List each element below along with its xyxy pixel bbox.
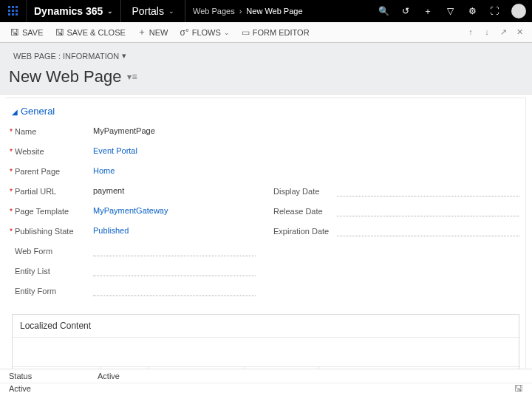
form-editor-label: FORM EDITOR bbox=[253, 28, 310, 37]
save-close-button[interactable]: 🖫SAVE & CLOSE bbox=[51, 25, 130, 40]
flows-button[interactable]: σ°FLOWS⌄ bbox=[175, 25, 233, 40]
label-release-date: Release Date bbox=[270, 207, 337, 216]
title-menu-icon[interactable]: ▾≡ bbox=[127, 72, 137, 82]
save-footer-icon[interactable]: 🖫 bbox=[514, 383, 523, 394]
field-parent-page[interactable]: Home bbox=[93, 165, 256, 177]
status-value: Active bbox=[98, 372, 120, 380]
label-template: Page Template bbox=[12, 207, 93, 216]
page-header: WEB PAGE : INFORMATION ▾ New Web Page ▾≡ bbox=[0, 43, 532, 95]
field-page-template[interactable]: MyPaymentGateway bbox=[93, 205, 256, 216]
save-button[interactable]: 🖫SAVE bbox=[6, 25, 48, 40]
label-webform: Web Form bbox=[12, 247, 93, 256]
footer: Status Active Active 🖫 bbox=[0, 369, 532, 393]
breadcrumb-current: New Web Page bbox=[246, 7, 302, 16]
nav-up-icon[interactable]: ↑ bbox=[464, 27, 477, 37]
save-close-icon: 🖫 bbox=[55, 27, 64, 38]
svg-rect-6 bbox=[8, 13, 10, 16]
field-expiration-date[interactable] bbox=[337, 226, 519, 236]
label-entityform: Entity Form bbox=[12, 287, 93, 295]
filter-icon[interactable]: ▽ bbox=[439, 0, 461, 22]
app-launcher-icon[interactable] bbox=[0, 0, 27, 22]
section-general-label: General bbox=[21, 106, 55, 117]
field-entity-form[interactable] bbox=[93, 286, 256, 296]
user-avatar[interactable] bbox=[511, 4, 526, 18]
label-parent: Parent Page bbox=[12, 167, 93, 176]
label-display-date: Display Date bbox=[270, 187, 337, 196]
command-bar: 🖫SAVE 🖫SAVE & CLOSE ＋NEW σ°FLOWS⌄ ▭FORM … bbox=[0, 22, 532, 43]
section-caret-icon: ◢ bbox=[12, 108, 18, 116]
field-name[interactable]: MyPaymentPage bbox=[93, 126, 256, 137]
breadcrumb-parent[interactable]: Web Pages bbox=[193, 7, 235, 16]
form-selector[interactable]: WEB PAGE : INFORMATION ▾ bbox=[9, 49, 131, 63]
svg-rect-5 bbox=[16, 10, 18, 12]
chevron-down-icon: ⌄ bbox=[224, 29, 230, 36]
active-label: Active bbox=[9, 384, 31, 393]
subgrid-title: Localized Content bbox=[13, 315, 519, 338]
field-partial-url[interactable]: payment bbox=[93, 185, 256, 196]
field-web-form[interactable] bbox=[93, 246, 256, 256]
add-icon[interactable]: ＋ bbox=[417, 0, 439, 22]
svg-rect-3 bbox=[8, 10, 10, 12]
close-icon[interactable]: ✕ bbox=[513, 27, 526, 37]
svg-rect-1 bbox=[12, 6, 14, 8]
label-website: Website bbox=[12, 147, 93, 156]
recent-icon[interactable]: ↺ bbox=[395, 0, 417, 22]
svg-rect-7 bbox=[12, 13, 14, 16]
caret-down-icon: ▾ bbox=[122, 51, 126, 61]
label-name: Name bbox=[12, 127, 93, 136]
label-partial-url: Partial URL bbox=[12, 187, 93, 196]
module-label: Portals bbox=[132, 5, 164, 17]
field-website[interactable]: Event Portal bbox=[93, 146, 256, 157]
top-nav: Dynamics 365 ⌄ Portals ⌄ Web Pages › New… bbox=[0, 0, 532, 22]
chevron-down-icon: ⌄ bbox=[107, 7, 113, 15]
brand-menu[interactable]: Dynamics 365 ⌄ bbox=[27, 0, 121, 22]
field-release-date[interactable] bbox=[337, 206, 519, 216]
form-icon: ▭ bbox=[242, 27, 250, 38]
pill-label: WEB PAGE : INFORMATION bbox=[13, 52, 119, 61]
brand-label: Dynamics 365 bbox=[34, 5, 103, 17]
new-button[interactable]: ＋NEW bbox=[133, 24, 173, 41]
new-label: NEW bbox=[149, 28, 168, 37]
chevron-right-icon: › bbox=[239, 7, 242, 16]
nav-down-icon[interactable]: ↓ bbox=[480, 27, 494, 37]
svg-rect-4 bbox=[12, 10, 14, 12]
subgrid-body[interactable] bbox=[13, 338, 519, 367]
svg-rect-2 bbox=[16, 6, 18, 8]
save-close-label: SAVE & CLOSE bbox=[67, 28, 126, 37]
field-entity-list[interactable] bbox=[93, 266, 256, 276]
status-label: Status bbox=[9, 372, 98, 380]
form-body[interactable]: ◢General NameMyPaymentPage WebsiteEvent … bbox=[6, 98, 526, 378]
search-icon[interactable]: 🔍 bbox=[372, 0, 395, 22]
page-title: New Web Page bbox=[9, 67, 121, 86]
popout-icon[interactable]: ↗ bbox=[497, 27, 510, 37]
chevron-down-icon: ⌄ bbox=[168, 7, 174, 15]
breadcrumb: Web Pages › New Web Page bbox=[185, 7, 310, 16]
settings-icon[interactable]: ⚙ bbox=[461, 0, 483, 22]
plus-icon: ＋ bbox=[137, 26, 146, 38]
section-general[interactable]: ◢General bbox=[6, 98, 525, 121]
save-label: SAVE bbox=[22, 28, 44, 37]
label-expiration-date: Expiration Date bbox=[270, 227, 337, 236]
flow-icon: σ° bbox=[180, 27, 188, 38]
label-pubstate: Publishing State bbox=[12, 227, 93, 236]
field-publishing-state[interactable]: Published bbox=[93, 225, 256, 236]
module-menu[interactable]: Portals ⌄ bbox=[121, 0, 185, 22]
svg-rect-0 bbox=[8, 6, 10, 8]
flows-label: FLOWS bbox=[192, 28, 221, 37]
form-editor-button[interactable]: ▭FORM EDITOR bbox=[237, 25, 314, 40]
svg-rect-8 bbox=[16, 13, 18, 16]
expand-icon[interactable]: ⛶ bbox=[483, 0, 505, 22]
save-icon: 🖫 bbox=[10, 27, 19, 38]
field-display-date[interactable] bbox=[337, 186, 519, 196]
label-entitylist: Entity List bbox=[12, 267, 93, 276]
